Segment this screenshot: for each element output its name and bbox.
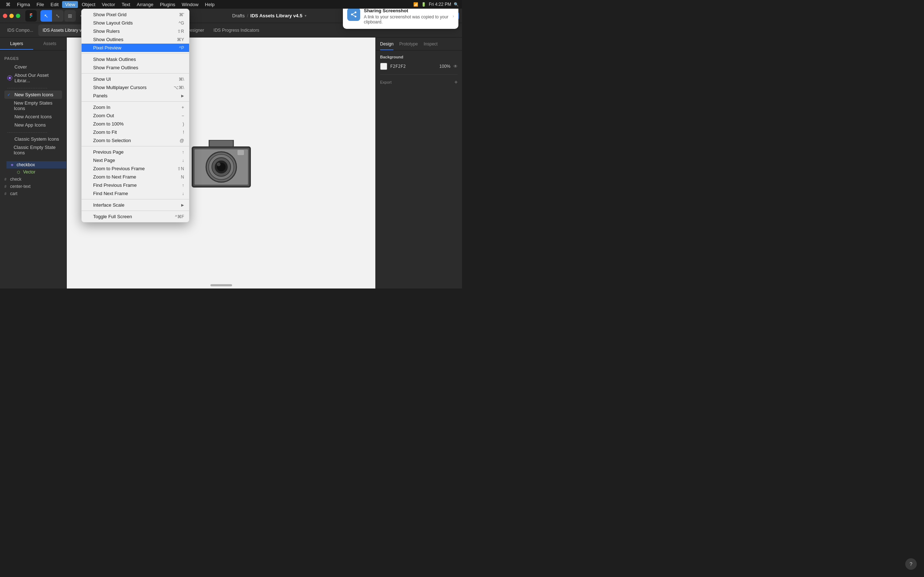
tab-assets[interactable]: Assets	[33, 38, 66, 50]
visibility-toggle-icon[interactable]: 👁	[453, 64, 458, 69]
menu-toggle-fullscreen[interactable]: Toggle Full Screen ^⌘F	[82, 213, 189, 221]
breadcrumb: Drafts / IDS Assets Library v4.5 ▾	[232, 13, 306, 18]
tab-layers[interactable]: Layers	[0, 38, 33, 50]
breadcrumb-chevron-icon[interactable]: ▾	[305, 14, 307, 18]
menu-zoom-out[interactable]: Zoom Out −	[82, 111, 189, 120]
layer-label-check: check	[10, 177, 21, 182]
component-inner	[9, 77, 11, 79]
page-empty-states[interactable]: New Empty States Icons	[4, 99, 62, 113]
tab-ids-comp[interactable]: IDS Compo...	[3, 24, 37, 36]
menu-previous-page[interactable]: Previous Page ↑	[82, 148, 189, 156]
menu-show-outlines[interactable]: Show Outlines ⌘Y	[82, 35, 189, 44]
menu-section-grid: Show Pixel Grid ⌘' Show Layout Grids ^G …	[82, 9, 189, 54]
layer-center-text[interactable]: # center-text	[0, 183, 66, 190]
menu-zoom-100[interactable]: Zoom to 100% )	[82, 120, 189, 128]
mac-menu-bar: ⌘ Figma File Edit View Object Vector Tex…	[0, 0, 462, 9]
menu-edit[interactable]: Edit	[48, 1, 61, 8]
background-color-swatch[interactable]	[380, 63, 387, 70]
tab-ids-progress[interactable]: IDS Progress Indicators	[209, 24, 264, 36]
window-close-button[interactable]	[3, 14, 7, 18]
right-tab-inspect[interactable]: Inspect	[424, 42, 438, 50]
battery-icon: 🔋	[421, 2, 426, 7]
window-maximize-button[interactable]	[16, 14, 20, 18]
menu-section-ui: Show UI ⌘\ Show Multiplayer Cursors ⌥⌘\ …	[82, 74, 189, 102]
menu-window[interactable]: Window	[179, 1, 201, 8]
page-accent-icons[interactable]: New Accent Icons	[4, 113, 62, 121]
page-about[interactable]: About Our Asset Librar...	[4, 71, 62, 85]
toast-icon	[347, 8, 360, 21]
scale-tool-button[interactable]: ⤡	[52, 10, 63, 22]
menu-shortcut-show-ui: ⌘\	[179, 77, 184, 82]
menu-show-rulers[interactable]: Show Rulers ⇧R	[82, 27, 189, 35]
menu-shortcut-fullscreen: ^⌘F	[175, 214, 184, 219]
menu-show-layout-grids[interactable]: Show Layout Grids ^G	[82, 19, 189, 27]
page-classic-empty[interactable]: Classic Empty State Icons	[4, 143, 62, 157]
view-dropdown-menu[interactable]: Show Pixel Grid ⌘' Show Layout Grids ^G …	[81, 9, 189, 222]
background-hex-value: F2F2F2	[390, 64, 436, 69]
menu-shortcut-zoom-out: −	[181, 113, 184, 118]
menu-help[interactable]: Help	[202, 1, 218, 8]
layer-vector[interactable]: ⬡ Vector	[13, 168, 66, 176]
window-minimize-button[interactable]	[10, 14, 14, 18]
menu-vector[interactable]: Vector	[99, 1, 118, 8]
menu-section-fullscreen: Toggle Full Screen ^⌘F	[82, 211, 189, 222]
menu-figma[interactable]: Figma	[14, 1, 33, 8]
menu-interface-scale[interactable]: Interface Scale ▶	[82, 201, 189, 209]
layer-cart[interactable]: # cart	[0, 190, 66, 197]
layer-label-center-text: center-text	[10, 184, 31, 189]
menu-shortcut-zoom-next-frame: N	[181, 174, 184, 180]
menu-show-mask-outlines[interactable]: Show Mask Outlines	[82, 55, 189, 63]
share-icon	[350, 11, 357, 18]
left-panel: Layers Assets Pages Cover About Our Asse…	[0, 37, 67, 288]
right-panel: Design Prototype Inspect Background F2F2…	[375, 37, 462, 288]
menu-arrange[interactable]: Arrange	[134, 1, 156, 8]
page-classic-system[interactable]: Classic System Icons	[4, 135, 62, 143]
menu-shortcut-find-prev-frame: ↑	[182, 183, 184, 188]
layer-checkbox[interactable]: ❖ checkbox	[6, 161, 66, 168]
menu-label-panels: Panels	[93, 93, 180, 98]
menu-file[interactable]: File	[34, 1, 47, 8]
page-app-icons[interactable]: New App Icons	[4, 121, 62, 129]
menu-text[interactable]: Text	[119, 1, 133, 8]
menu-next-page[interactable]: Next Page ↓	[82, 156, 189, 164]
menu-show-pixel-grid[interactable]: Show Pixel Grid ⌘'	[82, 10, 189, 19]
menu-show-ui[interactable]: Show UI ⌘\	[82, 75, 189, 83]
menu-zoom-in[interactable]: Zoom In +	[82, 103, 189, 111]
figma-logo-button[interactable]	[25, 10, 37, 22]
toast-body: A link to your screenshot was copied to …	[364, 15, 449, 24]
menu-label-find-next-frame: Find Next Frame	[93, 191, 181, 196]
menu-view[interactable]: View	[62, 1, 78, 8]
export-add-button[interactable]: +	[454, 79, 458, 85]
search-menubar-icon[interactable]: 🔍	[453, 2, 459, 7]
menu-find-next-frame[interactable]: Find Next Frame ↓	[82, 189, 189, 198]
select-tool-button[interactable]: ↖	[40, 10, 52, 22]
menu-label-multiplayer: Show Multiplayer Cursors	[93, 85, 172, 90]
menu-zoom-prev-frame[interactable]: Zoom to Previous Frame ⇧N	[82, 164, 189, 173]
menu-object[interactable]: Object	[79, 1, 98, 8]
right-panel-tabs: Design Prototype Inspect	[376, 37, 462, 50]
menu-pixel-preview[interactable]: Pixel Preview ^P	[82, 44, 189, 52]
menu-find-prev-frame[interactable]: Find Previous Frame ↑	[82, 181, 189, 189]
right-tab-design[interactable]: Design	[380, 42, 393, 50]
menu-plugins[interactable]: Plugins	[157, 1, 178, 8]
menu-section-outlines: Show Mask Outlines Show Frame Outlines	[82, 54, 189, 74]
menu-show-frame-outlines[interactable]: Show Frame Outlines	[82, 63, 189, 72]
right-tab-prototype[interactable]: Prototype	[399, 42, 418, 50]
menu-zoom-selection[interactable]: Zoom to Selection @	[82, 136, 189, 145]
page-label-classic-system: Classic System Icons	[15, 136, 59, 142]
toast-title: Sharing Screenshot	[364, 8, 449, 13]
page-new-system-icons[interactable]: ✓ New System Icons	[4, 90, 62, 99]
breadcrumb-drafts: Drafts	[232, 13, 245, 18]
menu-zoom-next-frame[interactable]: Zoom to Next Frame N	[82, 173, 189, 181]
layer-check[interactable]: # check	[0, 176, 66, 183]
canvas-scrollbar-horizontal[interactable]	[210, 284, 232, 286]
frame-tool-button[interactable]: ⊞	[64, 10, 76, 22]
layer-vector-icon: ⬡	[16, 169, 21, 174]
page-cover[interactable]: Cover	[4, 63, 62, 71]
apple-logo[interactable]: ⌘	[3, 2, 13, 7]
menu-zoom-fit[interactable]: Zoom to Fit !	[82, 128, 189, 136]
menu-shortcut-zoom-100: )	[183, 121, 184, 127]
layer-component-icon: ❖	[10, 162, 15, 167]
menu-panels[interactable]: Panels ▶	[82, 92, 189, 100]
menu-show-multiplayer-cursors[interactable]: Show Multiplayer Cursors ⌥⌘\	[82, 83, 189, 92]
